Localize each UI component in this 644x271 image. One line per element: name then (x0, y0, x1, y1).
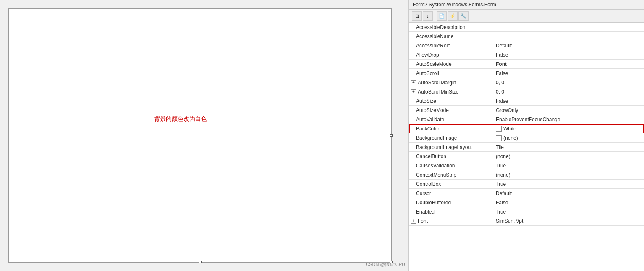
prop-name-cancelbutton: CancelButton (409, 152, 493, 161)
prop-name-backgroundimage: BackgroundImage (409, 133, 493, 142)
prop-name-autosize: AutoSize (409, 96, 493, 105)
prop-name-accessiblename: AccessibleName (409, 32, 493, 41)
expand-icon-autoscrollminsize[interactable]: + (411, 89, 416, 94)
properties-title: Form2 System.Windows.Forms.Form (413, 2, 496, 8)
prop-value-text: True (496, 163, 506, 169)
prop-row-autosize[interactable]: AutoSizeFalse (409, 96, 644, 106)
prop-value-text: True (496, 181, 506, 187)
prop-value-controlbox: True (493, 180, 644, 188)
color-swatch-backcolor (496, 126, 502, 132)
prop-label: AccessibleRole (416, 43, 450, 49)
prop-value-text: Tile (496, 144, 504, 150)
prop-label: AutoScrollMargin (418, 80, 456, 86)
expand-icon-font[interactable]: + (411, 219, 416, 224)
prop-label: Font (418, 218, 428, 224)
prop-row-autoscrollmargin[interactable]: +AutoScrollMargin0, 0 (409, 78, 644, 87)
properties-grid[interactable]: AccessibleDescriptionAccessibleNameAcces… (409, 23, 644, 271)
prop-name-autovalidate: AutoValidate (409, 115, 493, 124)
prop-name-autosizemode: AutoSizeMode (409, 106, 493, 115)
prop-name-autoscroll: AutoScroll (409, 69, 493, 78)
prop-label: DoubleBuffered (416, 200, 451, 206)
prop-value-text: White (503, 126, 516, 132)
prop-value-accessiblerole: Default (493, 41, 644, 50)
prop-name-allowdrop: AllowDrop (409, 50, 493, 59)
prop-label: CancelButton (416, 154, 446, 159)
prop-value-text: (none) (503, 135, 518, 141)
prop-label: BackgroundImage (416, 135, 457, 141)
prop-value-backcolor[interactable]: White (493, 124, 644, 133)
toolbar-separator-1 (435, 12, 435, 20)
prop-value-text: SimSun, 9pt (496, 218, 523, 224)
prop-row-cancelbutton[interactable]: CancelButton(none) (409, 152, 644, 161)
prop-value-autosizemode: GrowOnly (493, 106, 644, 115)
page-button[interactable]: 📄 (437, 11, 447, 21)
prop-name-autoscrollminsize: +AutoScrollMinSize (409, 87, 493, 96)
resize-handle-bottom-left[interactable] (199, 261, 202, 263)
prop-value-doublebuffered: False (493, 198, 644, 207)
prop-row-controlbox[interactable]: ControlBoxTrue (409, 180, 644, 189)
prop-value-autoscroll: False (493, 69, 644, 78)
sort-button[interactable]: ↓ (423, 11, 433, 21)
prop-row-accessibledescription[interactable]: AccessibleDescription (409, 23, 644, 32)
prop-value-cancelbutton: (none) (493, 152, 644, 161)
wrench-icon: 🔧 (461, 13, 466, 19)
prop-row-autoscrollminsize[interactable]: +AutoScrollMinSize0, 0 (409, 87, 644, 96)
event-button[interactable]: ⚡ (448, 11, 458, 21)
page-icon: 📄 (439, 13, 445, 19)
prop-value-contextmenustrip: (none) (493, 170, 644, 179)
prop-value-text: Font (496, 61, 507, 67)
grid-icon: ⊞ (415, 13, 419, 19)
prop-row-autosizemode[interactable]: AutoSizeModeGrowOnly (409, 106, 644, 115)
prop-row-contextmenustrip[interactable]: ContextMenuStrip(none) (409, 170, 644, 180)
event-icon: ⚡ (450, 13, 456, 19)
prop-label: AccessibleName (416, 34, 453, 39)
prop-name-autoscrollmargin: +AutoScrollMargin (409, 78, 493, 87)
prop-row-backgroundimagelayout[interactable]: BackgroundImageLayoutTile (409, 143, 644, 152)
prop-value-text: False (496, 70, 508, 76)
prop-row-causesvalidation[interactable]: CausesValidationTrue (409, 161, 644, 170)
prop-row-backcolor[interactable]: BackColorWhite (409, 124, 644, 133)
prop-value-text: True (496, 209, 506, 215)
prop-value-font: SimSun, 9pt (493, 216, 644, 225)
prop-value-enabled: True (493, 207, 644, 216)
prop-name-controlbox: ControlBox (409, 180, 493, 188)
prop-value-text: Default (496, 43, 512, 49)
prop-row-autoscroll[interactable]: AutoScrollFalse (409, 69, 644, 78)
prop-name-autoscalemode: AutoScaleMode (409, 60, 493, 68)
toolbar-row: ⊞ ↓ 📄 ⚡ 🔧 (409, 10, 644, 23)
prop-row-allowdrop[interactable]: AllowDropFalse (409, 50, 644, 60)
prop-name-cursor: Cursor (409, 189, 493, 198)
prop-row-font[interactable]: +FontSimSun, 9pt (409, 216, 644, 226)
expand-icon-autoscrollmargin[interactable]: + (411, 80, 416, 85)
prop-value-autovalidate: EnablePreventFocusChange (493, 115, 644, 124)
prop-row-accessiblerole[interactable]: AccessibleRoleDefault (409, 41, 644, 50)
properties-panel: Form2 System.Windows.Forms.Form ⊞ ↓ 📄 ⚡ … (409, 0, 644, 271)
prop-name-causesvalidation: CausesValidation (409, 161, 493, 170)
prop-row-backgroundimage[interactable]: BackgroundImage(none) (409, 133, 644, 143)
color-swatch-backgroundimage (496, 135, 502, 141)
prop-value-accessibledescription (493, 23, 644, 31)
prop-name-font: +Font (409, 216, 493, 225)
prop-label: AutoSize (416, 98, 436, 104)
grid-button[interactable]: ⊞ (412, 11, 422, 21)
prop-label: BackColor (416, 126, 439, 132)
prop-value-text: 0, 0 (496, 89, 504, 95)
prop-label: AutoSizeMode (416, 107, 449, 113)
prop-value-text: False (496, 200, 508, 206)
properties-header: Form2 System.Windows.Forms.Form (409, 0, 644, 10)
prop-row-accessiblename[interactable]: AccessibleName (409, 32, 644, 41)
prop-row-autoscalemode[interactable]: AutoScaleModeFont (409, 60, 644, 69)
prop-label: Cursor (416, 190, 431, 196)
prop-label: AutoScroll (416, 70, 439, 76)
prop-name-doublebuffered: DoubleBuffered (409, 198, 493, 207)
wrench-button[interactable]: 🔧 (458, 11, 469, 21)
prop-row-enabled[interactable]: EnabledTrue (409, 207, 644, 216)
prop-value-autoscrollmargin: 0, 0 (493, 78, 644, 87)
prop-label: BackgroundImageLayout (416, 144, 472, 150)
prop-value-text: (none) (496, 154, 510, 159)
prop-row-doublebuffered[interactable]: DoubleBufferedFalse (409, 198, 644, 207)
prop-name-backcolor: BackColor (409, 124, 493, 133)
resize-handle-right-mid[interactable] (390, 134, 393, 137)
prop-row-cursor[interactable]: CursorDefault (409, 189, 644, 198)
prop-row-autovalidate[interactable]: AutoValidateEnablePreventFocusChange (409, 115, 644, 124)
